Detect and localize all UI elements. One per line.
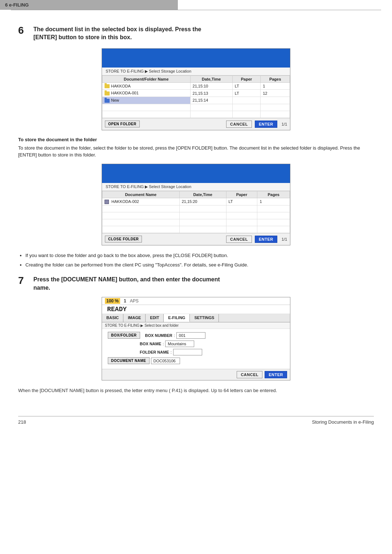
enter-button-3[interactable]: ENTER (265, 371, 287, 378)
table-row (102, 212, 290, 219)
panel1-table: Document/Folder Name Date,Time Paper Pag… (102, 76, 290, 118)
panel1-breadcrumb: STORE TO E-FILING ▶ Select Storage Locat… (102, 68, 290, 76)
panel1-header (102, 49, 290, 68)
tab-edit[interactable]: EDIT (146, 314, 164, 322)
tab-efiling[interactable]: E-FILING (164, 314, 190, 322)
enter-button-2[interactable]: ENTER (255, 236, 277, 243)
machine-breadcrumb: STORE TO E-FILING ▶ Select box and folde… (102, 322, 290, 329)
machine-copies: 1 (124, 298, 126, 304)
folder-icon (105, 84, 110, 88)
col2-pages: Pages (257, 191, 290, 198)
folder-name-label: FOLDER NAME (140, 350, 169, 354)
footer-title: Storing Documents in e-Filing (312, 419, 374, 425)
folder-name-value (173, 349, 202, 355)
page-indicator-2: 1/1 (282, 237, 287, 241)
col-paper: Paper (232, 76, 260, 82)
body-text: To store the document in the folder, sel… (18, 144, 374, 159)
footer-page-number: 218 (18, 419, 26, 425)
header-label: 6 e-FILING (5, 2, 29, 8)
machine-percent: 100 % (105, 298, 120, 304)
main-content: 6 The document list in the selected box … (0, 10, 392, 409)
panel2: STORE TO E-FILING ▶ Select Storage Locat… (102, 164, 290, 245)
step7-number: 7 (18, 276, 28, 286)
bottom-caption: When the [DOCUMENT NAME] button is press… (18, 387, 374, 394)
table-row (102, 205, 290, 212)
panel2-footer: CLOSE FOLDER CANCEL ENTER 1/1 (102, 233, 290, 245)
box-number-label: BOX NUMBER (145, 333, 172, 338)
page-footer: 218 Storing Documents in e-Filing (18, 416, 374, 428)
table-row (102, 111, 290, 118)
doc-name-value: DOC053106 (151, 358, 180, 364)
folder-icon (105, 91, 110, 95)
folder-name-row: FOLDER NAME : (140, 349, 284, 355)
step6-number: 6 (18, 25, 28, 36)
col2-name: Document Name (102, 191, 180, 198)
folder-open-icon (105, 99, 110, 103)
box-number-value: 001 (176, 332, 205, 339)
machine-fields: BOX/FOLDER BOX NUMBER : 001 BOX NAME : M… (102, 329, 290, 369)
table-row[interactable]: HAKKODA-001 21,15:13 LT 12 (102, 90, 290, 97)
table-row[interactable]: HAKKODA-002 21,15:20 LT 1 (102, 198, 290, 205)
doc-name-row: DOCUMENT NAME DOC053106 (108, 357, 284, 364)
cancel-button-1[interactable]: CANCEL (226, 121, 252, 128)
machine-aps: APS (130, 298, 139, 304)
step7-line1: Press the [DOCUMENT NAME] button, and th… (33, 276, 220, 284)
enter-button-1[interactable]: ENTER (255, 121, 277, 128)
doc-icon (105, 200, 109, 204)
page-indicator-1: 1/1 (282, 122, 287, 126)
col2-date: Date,Time (179, 191, 226, 198)
machine-ready: READY (105, 305, 129, 313)
box-name-value: Mountains (165, 341, 194, 347)
panel2-table: Document Name Date,Time Paper Pages HAKK… (102, 191, 290, 233)
machine-panel: 100 % 1 APS READY BASIC IMAGE EDIT E-FIL… (102, 297, 290, 380)
machine-footer: CANCEL ENTER (102, 369, 290, 380)
col-date: Date,Time (190, 76, 232, 82)
list-item: Creating the folder can be performed fro… (25, 261, 374, 269)
table-row (102, 219, 290, 226)
table-row (102, 226, 290, 233)
close-folder-button[interactable]: CLOSE FOLDER (105, 236, 142, 243)
tab-settings[interactable]: SETTINGS (190, 314, 219, 322)
open-folder-button[interactable]: OPEN FOLDER (105, 121, 140, 127)
step6-line2: [ENTER] button to store in this box. (33, 33, 201, 41)
cancel-button-2[interactable]: CANCEL (226, 236, 252, 243)
machine-status-bar: 100 % 1 APS (102, 297, 290, 305)
step7-line2: name. (33, 284, 220, 292)
step6-line1: The document list in the selected box is… (33, 25, 201, 33)
table-row[interactable]: HAKKODA 21,15:10 LT 1 (102, 82, 290, 90)
panel1-footer: OPEN FOLDER CANCEL ENTER 1/1 (102, 118, 290, 130)
box-name-row: BOX NAME : Mountains (140, 341, 284, 347)
bullet-list: If you want to close the folder and go b… (25, 252, 374, 269)
tab-basic[interactable]: BASIC (102, 314, 123, 322)
panel1: STORE TO E-FILING ▶ Select Storage Locat… (102, 48, 290, 130)
col-name: Document/Folder Name (102, 76, 191, 82)
table-row (102, 104, 290, 111)
cancel-button-3[interactable]: CANCEL (237, 371, 262, 378)
table-row[interactable]: New 21,15:14 (102, 97, 290, 104)
col-pages: Pages (261, 76, 290, 82)
step6-heading: 6 The document list in the selected box … (18, 25, 374, 42)
list-item: If you want to close the folder and go b… (25, 252, 374, 260)
document-name-button[interactable]: DOCUMENT NAME (108, 357, 150, 364)
machine-tabs: BASIC IMAGE EDIT E-FILING SETTINGS (102, 314, 290, 322)
tab-image[interactable]: IMAGE (123, 314, 146, 322)
header-bar: 6 e-FILING (0, 0, 178, 10)
step7-heading: 7 Press the [DOCUMENT NAME] button, and … (18, 276, 374, 292)
panel2-header (102, 164, 290, 183)
panel2-breadcrumb: STORE TO E-FILING ▶ Select Storage Locat… (102, 183, 290, 191)
box-folder-row: BOX/FOLDER BOX NUMBER : 001 (108, 332, 284, 339)
box-folder-button[interactable]: BOX/FOLDER (108, 332, 140, 339)
subheading: To store the document in the folder (18, 137, 374, 142)
col2-paper: Paper (226, 191, 257, 198)
box-name-label: BOX NAME (140, 342, 161, 346)
